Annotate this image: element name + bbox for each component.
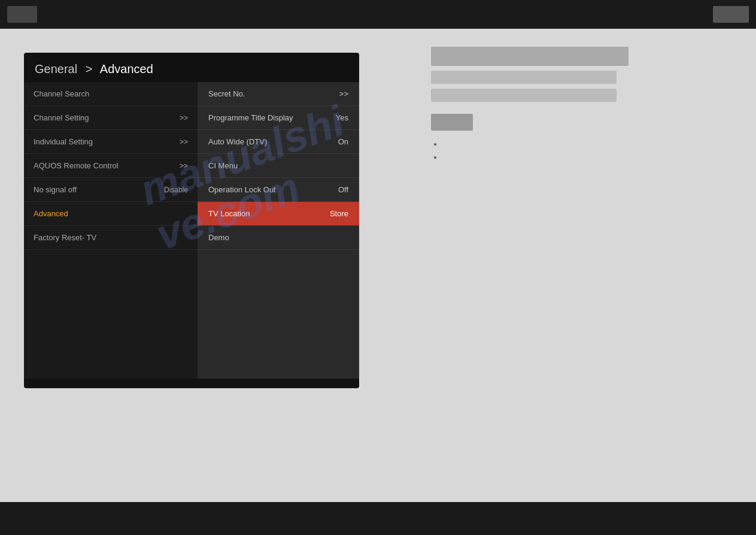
menu-container: Channel SearchChannel Setting>>Individua… <box>24 82 359 379</box>
left-menu-item-label-1: Channel Setting <box>34 113 89 122</box>
right-menu-item-label-1: Programme Title Display <box>208 113 293 122</box>
logo <box>7 6 37 23</box>
right-menu-item-value-1: Yes <box>336 113 348 122</box>
left-menu-item-label-3: AQUOS Remote Control <box>34 161 119 170</box>
main-content: General > Advanced Channel SearchChannel… <box>0 29 756 502</box>
sidebar-bullet-1 <box>443 139 744 149</box>
left-menu-item-label-5: Advanced <box>34 209 68 218</box>
right-menu-item-label-5: TV Location <box>208 209 250 218</box>
left-menu: Channel SearchChannel Setting>>Individua… <box>24 82 198 379</box>
right-menu-item-value-5: Store <box>330 209 348 218</box>
breadcrumb-current: Advanced <box>100 62 153 75</box>
right-menu-item-label-3: CI Menu <box>208 161 238 170</box>
left-menu-item-2[interactable]: Individual Setting>> <box>24 130 198 154</box>
right-menu-item-label-4: Operation Lock Out <box>208 185 276 194</box>
breadcrumb-parent: General <box>35 62 77 75</box>
sidebar-bullet-2 <box>443 152 744 162</box>
top-bar <box>0 0 756 29</box>
right-menu-item-value-0: >> <box>339 89 348 98</box>
tv-screen: General > Advanced Channel SearchChannel… <box>24 53 359 388</box>
left-menu-item-label-0: Channel Search <box>34 89 89 98</box>
right-menu-item-6[interactable]: Demo <box>198 226 359 250</box>
right-menu-item-label-2: Auto Wide (DTV) <box>208 137 267 146</box>
right-menu-item-0[interactable]: Secret No.>> <box>198 82 359 106</box>
right-menu-item-2[interactable]: Auto Wide (DTV)On <box>198 130 359 154</box>
left-menu-item-value-4: Disable <box>164 186 188 194</box>
right-menu-item-5[interactable]: TV LocationStore <box>198 202 359 226</box>
right-menu: Secret No.>>Programme Title DisplayYesAu… <box>198 82 359 379</box>
sidebar-bar-3 <box>431 89 617 102</box>
left-menu-item-1[interactable]: Channel Setting>> <box>24 106 198 130</box>
breadcrumb: General > Advanced <box>24 53 359 82</box>
top-bar-button[interactable] <box>713 6 749 23</box>
bottom-bar <box>0 502 756 535</box>
right-menu-item-1[interactable]: Programme Title DisplayYes <box>198 106 359 130</box>
right-menu-item-3[interactable]: CI Menu <box>198 154 359 178</box>
left-menu-item-3[interactable]: AQUOS Remote Control>> <box>24 154 198 178</box>
right-menu-item-4[interactable]: Operation Lock OutOff <box>198 178 359 202</box>
sidebar-small-box <box>431 114 473 131</box>
left-menu-item-6[interactable]: Factory Reset- TV <box>24 226 198 250</box>
right-menu-item-label-6: Demo <box>208 233 229 242</box>
right-menu-item-label-0: Secret No. <box>208 89 245 98</box>
left-menu-item-label-4: No signal off <box>34 185 77 194</box>
right-menu-item-value-4: Off <box>338 185 348 194</box>
breadcrumb-separator: > <box>86 62 93 75</box>
left-menu-item-5[interactable]: Advanced <box>24 202 198 226</box>
sidebar-bullets <box>431 139 744 162</box>
sidebar-bar-2 <box>431 71 617 84</box>
left-menu-item-value-2: >> <box>180 138 188 146</box>
left-menu-item-label-2: Individual Setting <box>34 137 93 146</box>
right-menu-item-value-2: On <box>338 137 348 146</box>
left-menu-item-4[interactable]: No signal offDisable <box>24 178 198 202</box>
left-menu-item-0[interactable]: Channel Search <box>24 82 198 106</box>
left-menu-item-value-3: >> <box>180 162 188 170</box>
right-sidebar <box>419 41 756 502</box>
tv-screen-area: General > Advanced Channel SearchChannel… <box>0 41 419 502</box>
left-menu-item-value-1: >> <box>180 114 188 122</box>
left-menu-item-label-6: Factory Reset- TV <box>34 233 96 242</box>
sidebar-bar-1 <box>431 47 629 66</box>
